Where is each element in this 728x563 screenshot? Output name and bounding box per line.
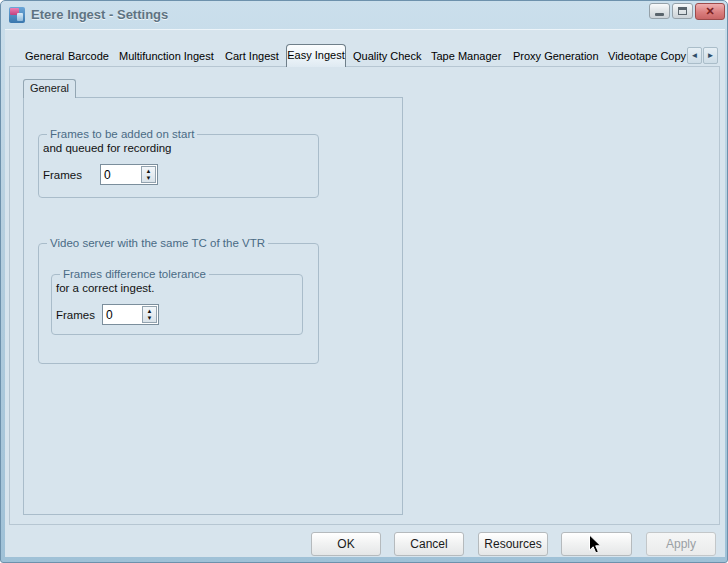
tab-barcode[interactable]: Barcode	[68, 46, 109, 66]
scroll-right-icon: ►	[707, 51, 715, 60]
tab-tape-manager[interactable]: Tape Manager	[431, 46, 501, 66]
spin-down-icon[interactable]: ▼	[143, 315, 156, 323]
vtr-timecode-group-caption: Video server with the same TC of the VTR	[47, 237, 268, 250]
frames-start-value[interactable]: 0	[101, 165, 140, 184]
resources-button[interactable]: Resources	[478, 532, 548, 556]
tab-quality-check[interactable]: Quality Check	[353, 46, 421, 66]
window-title: Etere Ingest - Settings	[31, 7, 168, 22]
tab-videotape-copy[interactable]: Videotape Copy	[608, 46, 686, 66]
dialog-client-area: General Barcode Multifunction Ingest Car…	[5, 29, 725, 557]
frames-start-spinner[interactable]: 0 ▲ ▼	[100, 164, 158, 185]
frames-tolerance-value[interactable]: 0	[103, 305, 141, 324]
close-icon: ✕	[705, 6, 714, 17]
ok-button[interactable]: OK	[311, 532, 381, 556]
maximize-button[interactable]	[672, 3, 693, 19]
titlebar[interactable]: Etere Ingest - Settings ✕	[1, 1, 727, 29]
frames-tolerance-description: for a correct ingest.	[56, 282, 154, 294]
frames-tolerance-groupbox: Frames difference tolerance for a correc…	[51, 274, 303, 335]
scroll-left-icon: ◄	[691, 51, 699, 60]
tab-scroll-left-button[interactable]: ◄	[687, 47, 702, 64]
general-subtab-panel: Frames to be added on start and queued f…	[23, 97, 403, 515]
minimize-button[interactable]	[649, 3, 670, 19]
blank-button[interactable]	[561, 532, 632, 556]
spin-down-icon[interactable]: ▼	[142, 175, 155, 183]
close-button[interactable]: ✕	[695, 3, 725, 20]
frames-tolerance-spin-buttons: ▲ ▼	[142, 306, 157, 323]
app-icon	[9, 7, 25, 23]
settings-window: Etere Ingest - Settings ✕ General Barcod…	[0, 0, 728, 563]
tab-general[interactable]: General	[25, 46, 64, 66]
frames-start-groupbox: Frames to be added on start and queued f…	[38, 134, 319, 198]
frames-start-group-caption: Frames to be added on start	[47, 128, 197, 141]
vtr-timecode-groupbox: Video server with the same TC of the VTR…	[38, 243, 319, 364]
frames-start-spin-buttons: ▲ ▼	[141, 166, 156, 183]
tab-multifunction-ingest[interactable]: Multifunction Ingest	[119, 46, 214, 66]
tab-proxy-generation[interactable]: Proxy Generation	[513, 46, 599, 66]
subtab-general[interactable]: General	[23, 79, 76, 98]
tab-cart-ingest[interactable]: Cart Ingest	[225, 46, 279, 66]
minimize-icon	[655, 13, 664, 16]
frames-tolerance-label: Frames	[56, 309, 95, 321]
app-icon-sliver	[17, 13, 23, 21]
spin-up-icon[interactable]: ▲	[142, 167, 155, 175]
spin-up-icon[interactable]: ▲	[143, 307, 156, 315]
frames-start-description: and queued for recording	[43, 142, 172, 154]
apply-button-disabled[interactable]: Apply	[646, 532, 716, 556]
tab-scroll-right-button[interactable]: ►	[703, 47, 718, 64]
cancel-button[interactable]: Cancel	[394, 532, 464, 556]
frames-tolerance-group-caption: Frames difference tolerance	[60, 268, 209, 281]
maximize-icon	[678, 7, 687, 15]
tab-easy-ingest-selected[interactable]: Easy Ingest	[286, 44, 346, 67]
frames-tolerance-spinner[interactable]: 0 ▲ ▼	[102, 304, 159, 325]
frames-start-label: Frames	[43, 169, 82, 181]
